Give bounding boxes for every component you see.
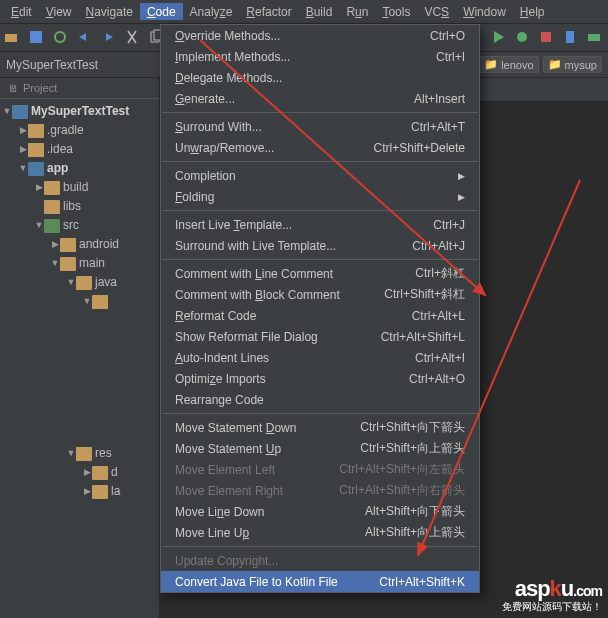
menu-item[interactable]: Surround with Live Template...Ctrl+Alt+J (161, 235, 479, 256)
tree-node[interactable]: ▼src (0, 215, 159, 234)
tree-node[interactable]: ▼MySuperTextTest (0, 101, 159, 120)
menu-item[interactable]: Insert Live Template...Ctrl+J (161, 214, 479, 235)
tree-node[interactable] (0, 538, 159, 557)
menubar-tools[interactable]: Tools (375, 3, 417, 20)
tree-node[interactable] (0, 367, 159, 386)
tree-node[interactable]: ▶android (0, 234, 159, 253)
menubar-edit[interactable]: Edit (4, 3, 39, 20)
folder-icon (76, 276, 92, 290)
menubar-run[interactable]: Run (339, 3, 375, 20)
menu-item[interactable]: Reformat CodeCtrl+Alt+L (161, 305, 479, 326)
menu-item[interactable]: Move Statement DownCtrl+Shift+向下箭头 (161, 417, 479, 438)
menu-item[interactable]: Comment with Block CommentCtrl+Shift+斜杠 (161, 284, 479, 305)
folder-icon (92, 295, 108, 309)
tree-node[interactable] (0, 500, 159, 519)
tree-node[interactable] (0, 329, 159, 348)
undo-icon[interactable] (76, 29, 94, 47)
tree-node[interactable] (0, 310, 159, 329)
menu-item[interactable]: Rearrange Code (161, 389, 479, 410)
watermark: aspku.com 免费网站源码下载站！ (502, 576, 602, 614)
menu-item: Move Element LeftCtrl+Alt+Shift+向左箭头 (161, 459, 479, 480)
menubar-help[interactable]: Help (513, 3, 552, 20)
menubar-window[interactable]: Window (456, 3, 513, 20)
svg-rect-1 (30, 31, 42, 43)
open-icon[interactable] (4, 29, 22, 47)
menu-item[interactable]: Move Statement UpCtrl+Shift+向上箭头 (161, 438, 479, 459)
stop-icon[interactable] (538, 29, 556, 47)
tree-node[interactable] (0, 348, 159, 367)
menubar-analyze[interactable]: Analyze (183, 3, 240, 20)
tree-node[interactable]: ▶mipmap-hdpi (0, 614, 159, 618)
tree-node[interactable] (0, 576, 159, 595)
menu-item[interactable]: Optimize ImportsCtrl+Alt+O (161, 368, 479, 389)
menubar-view[interactable]: View (39, 3, 79, 20)
menu-item[interactable]: Delegate Methods... (161, 67, 479, 88)
tree-node[interactable]: libs (0, 196, 159, 215)
menubar-build[interactable]: Build (299, 3, 340, 20)
panel-header[interactable]: 🗎 Project (0, 78, 159, 99)
menubar-refactor[interactable]: Refactor (239, 3, 298, 20)
menu-item[interactable]: Implement Methods...Ctrl+I (161, 46, 479, 67)
project-panel: 🗎 Project ▼MySuperTextTest▶.gradle▶.idea… (0, 78, 160, 618)
tree-node[interactable] (0, 557, 159, 576)
menubar-navigate[interactable]: Navigate (79, 3, 140, 20)
debug-icon[interactable] (514, 29, 532, 47)
menu-item[interactable]: Override Methods...Ctrl+O (161, 25, 479, 46)
folder-icon (44, 200, 60, 214)
svg-rect-8 (588, 34, 600, 41)
tree-node[interactable] (0, 386, 159, 405)
save-icon[interactable] (28, 29, 46, 47)
folder-icon (60, 257, 76, 271)
tree-node[interactable]: ▼res (0, 443, 159, 462)
menu-item: Update Copyright... (161, 550, 479, 571)
menu-item[interactable]: Surround With...Ctrl+Alt+T (161, 116, 479, 137)
tree-node[interactable] (0, 424, 159, 443)
tree-node[interactable]: ▼app (0, 158, 159, 177)
tree-node[interactable]: ▶build (0, 177, 159, 196)
sync-icon[interactable] (52, 29, 70, 47)
sdk-icon[interactable] (586, 29, 604, 47)
tree-node[interactable]: ▶.idea (0, 139, 159, 158)
menu-item[interactable]: Move Line DownAlt+Shift+向下箭头 (161, 501, 479, 522)
menu-item[interactable]: Show Reformat File DialogCtrl+Alt+Shift+… (161, 326, 479, 347)
cut-icon[interactable] (124, 29, 142, 47)
menu-item: Move Element RightCtrl+Alt+Shift+向右箭头 (161, 480, 479, 501)
menu-item[interactable]: Unwrap/Remove...Ctrl+Shift+Delete (161, 137, 479, 158)
menu-item[interactable]: Comment with Line CommentCtrl+斜杠 (161, 263, 479, 284)
menu-item[interactable]: Move Line UpAlt+Shift+向上箭头 (161, 522, 479, 543)
tree-node[interactable]: ▼main (0, 253, 159, 272)
menubar-vcs[interactable]: VCS (417, 3, 456, 20)
folder-icon (28, 143, 44, 157)
code-menu-dropdown: Override Methods...Ctrl+OImplement Metho… (160, 24, 480, 593)
tree-node[interactable]: ▼java (0, 272, 159, 291)
folder-icon (28, 162, 44, 176)
folder-icon (92, 485, 108, 499)
tree-node[interactable]: ▶.gradle (0, 120, 159, 139)
tree-node[interactable]: ▶d (0, 462, 159, 481)
menu-item[interactable]: Convert Java File to Kotlin FileCtrl+Alt… (161, 571, 479, 592)
breadcrumb-seg[interactable]: 📁 mysup (543, 56, 602, 73)
tree-node[interactable] (0, 405, 159, 424)
menubar-code[interactable]: Code (140, 3, 183, 20)
menubar: EditViewNavigateCodeAnalyzeRefactorBuild… (0, 0, 608, 24)
menu-item[interactable]: Auto-Indent LinesCtrl+Alt+I (161, 347, 479, 368)
project-icon: 🗎 (8, 82, 19, 94)
menu-item[interactable]: Folding▶ (161, 186, 479, 207)
tree-node[interactable]: ▶la (0, 481, 159, 500)
tree-node[interactable] (0, 595, 159, 614)
svg-rect-0 (5, 34, 17, 42)
breadcrumb-root[interactable]: MySuperTextTest (6, 58, 98, 72)
tree-node[interactable] (0, 519, 159, 538)
svg-point-2 (55, 32, 65, 42)
breadcrumb-seg[interactable]: 📁 lenovo (479, 56, 538, 73)
avd-icon[interactable] (562, 29, 580, 47)
svg-rect-7 (566, 31, 574, 43)
folder-icon (76, 447, 92, 461)
folder-icon (28, 124, 44, 138)
redo-icon[interactable] (100, 29, 118, 47)
menu-item[interactable]: Generate...Alt+Insert (161, 88, 479, 109)
run-icon[interactable] (490, 29, 508, 47)
menu-item[interactable]: Completion▶ (161, 165, 479, 186)
tree-node[interactable]: ▼ (0, 291, 159, 310)
svg-rect-6 (541, 32, 551, 42)
